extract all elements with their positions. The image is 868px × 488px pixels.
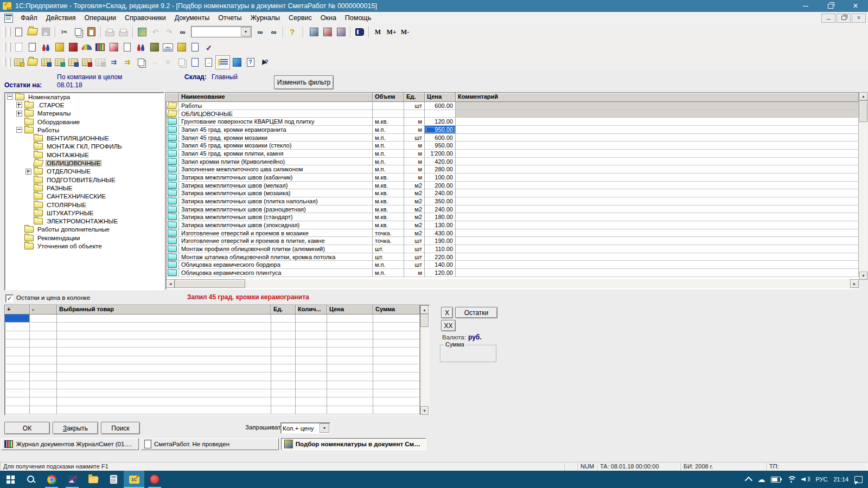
name-cell[interactable]: Изготовление отверстий и проемов в мозаи… [179, 229, 373, 237]
picked-cell[interactable] [327, 323, 373, 331]
picked-cell[interactable] [327, 373, 373, 381]
open-group-button[interactable] [25, 56, 39, 69]
tree-item[interactable]: ОТДЕЛОЧНЫЕ [5, 168, 164, 176]
picked-cell[interactable] [296, 381, 327, 389]
picked-cell[interactable] [373, 348, 420, 356]
combo-dropdown-icon[interactable]: ▼ [241, 27, 251, 36]
unit-cell[interactable]: шт [404, 102, 425, 110]
picked-cell[interactable] [327, 381, 373, 389]
unit-cell[interactable]: шт [404, 245, 425, 253]
catalog-row[interactable]: Запил кромки плитки (Криволинейно)м.п.м4… [166, 158, 859, 166]
documents-binder-button[interactable] [66, 41, 80, 54]
price-cell[interactable]: 220.00 [425, 253, 456, 261]
tree-item[interactable]: Рекомендации [5, 234, 164, 242]
name-cell[interactable]: ОБЛИЦОВОЧНЫЕ [179, 110, 373, 118]
new-sheet-button[interactable] [25, 41, 39, 54]
unit-cell[interactable]: м2 [404, 213, 425, 221]
edit-row-button[interactable] [39, 56, 53, 69]
duplicate-documents-button[interactable] [134, 56, 148, 69]
picked-cell[interactable] [327, 389, 373, 397]
picked-cell[interactable] [5, 364, 30, 373]
unit-cell[interactable]: м [404, 142, 425, 150]
catalog-row[interactable]: Запил 45 град. кромки плитки, камням.п.м… [166, 150, 859, 158]
tree-item[interactable]: ПОДГОТОВИТЕЛЬНЫЕ [5, 176, 164, 184]
picked-cell[interactable] [373, 406, 420, 414]
picked-cell[interactable] [327, 331, 373, 339]
taskbar-start-button[interactable] [0, 471, 21, 488]
hscroll-right-button[interactable]: ► [850, 279, 859, 288]
hscroll-left-button[interactable]: ◄ [166, 279, 175, 288]
find-next-button[interactable]: ∞ [253, 25, 267, 38]
picked-column-header[interactable]: Выбранный товар [57, 305, 271, 314]
comment-cell[interactable] [456, 182, 859, 190]
picked-column-header[interactable]: Сумма [373, 305, 420, 314]
mdi-close-button[interactable]: × [852, 14, 866, 23]
catalog-row[interactable]: Затирка межплиточных швов (кабанчик)м.кв… [166, 174, 859, 182]
mdi-tab-3[interactable]: Подбор номенклатуры в документ Смет... [281, 438, 426, 450]
name-cell[interactable]: Запил 45 град. кромки плитки, камня [179, 150, 373, 158]
picked-row[interactable] [5, 373, 420, 381]
catalog-row[interactable]: Монтаж штапика облицовочной плитки, кром… [166, 253, 859, 261]
collapse-icon[interactable] [7, 94, 13, 100]
unit-cell[interactable]: м [404, 126, 425, 134]
name-cell[interactable]: Затирка межплиточных швов (стандарт) [179, 213, 373, 221]
picked-cell[interactable] [373, 339, 420, 348]
picked-cell[interactable] [57, 389, 271, 397]
picked-cell[interactable] [271, 389, 296, 397]
picked-cell[interactable] [30, 397, 57, 406]
close-form-button[interactable]: Закрыть [53, 422, 98, 434]
notification-center-icon[interactable] [854, 476, 863, 483]
picked-row[interactable] [5, 323, 420, 331]
comment-cell[interactable] [456, 110, 859, 118]
price-cell[interactable]: 120.00 [425, 118, 456, 126]
picked-column-header[interactable]: + [5, 305, 30, 314]
picked-cell[interactable] [327, 314, 373, 323]
unit-cell[interactable]: м2 [404, 197, 425, 206]
vscroll-thumb[interactable] [859, 100, 867, 122]
copy-button[interactable] [71, 25, 85, 38]
picked-cell[interactable] [30, 373, 57, 381]
help-button[interactable]: ? [285, 25, 299, 38]
menu-item-5[interactable]: Документы [170, 13, 214, 23]
picked-cell[interactable] [57, 339, 271, 348]
comment-cell[interactable] [456, 237, 859, 245]
picked-cell[interactable] [373, 397, 420, 406]
picked-cell[interactable] [5, 406, 30, 414]
toolbar-grip[interactable] [3, 27, 6, 37]
picked-cell[interactable] [296, 331, 327, 339]
comment-cell[interactable] [456, 174, 859, 182]
picked-row[interactable] [5, 364, 420, 373]
picked-scroll-up-button[interactable]: ▲ [420, 305, 429, 314]
search-button[interactable]: Поиск [101, 422, 140, 434]
picked-row[interactable] [5, 339, 420, 348]
name-cell[interactable]: Затирка межплиточных швов (плитка наполь… [179, 197, 373, 206]
help-topic-button[interactable]: ? [244, 56, 257, 69]
picked-cell[interactable] [327, 348, 373, 356]
rainbow-reports-button[interactable] [80, 41, 93, 54]
tree-item[interactable]: ОБЛИЦОВОЧНЫЕ [5, 159, 164, 167]
vscroll-track[interactable] [859, 122, 867, 272]
vol-cell[interactable]: м.п. [373, 269, 404, 277]
catalog-row[interactable]: Запил 45 град. кромки мозаики (стекло)м.… [166, 142, 859, 150]
taskbar-search-button[interactable] [21, 471, 41, 488]
picked-cell[interactable] [271, 323, 296, 331]
mdi-child-icon[interactable] [4, 14, 13, 23]
ask-select[interactable]: Кол.+ цену ▼ [280, 422, 330, 434]
document-list-button[interactable] [188, 41, 202, 54]
picked-cell[interactable] [271, 339, 296, 348]
reference-books-button[interactable] [93, 41, 107, 54]
comment-column-header[interactable]: Комментарий [456, 93, 859, 102]
icon-column-header[interactable] [166, 93, 179, 102]
picked-cell[interactable] [5, 381, 30, 389]
picked-cell[interactable] [296, 389, 327, 397]
picked-cell[interactable] [373, 381, 420, 389]
expand-icon[interactable] [16, 111, 22, 117]
vol-cell[interactable]: точка. [373, 229, 404, 237]
price-cell[interactable]: 180.00 [425, 213, 456, 221]
change-filter-button[interactable]: Изменить фильтр [274, 75, 334, 89]
ok-button[interactable]: ОК [4, 422, 50, 434]
toolbar-grip[interactable] [8, 27, 11, 37]
name-cell[interactable]: Запил 45 град. кромки керамогранита [179, 126, 373, 134]
price-cell[interactable]: 130.00 [425, 221, 456, 229]
picked-cell[interactable] [30, 389, 57, 397]
